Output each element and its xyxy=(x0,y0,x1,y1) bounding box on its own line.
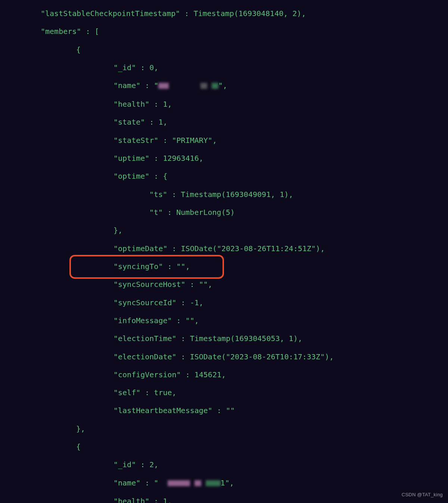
code-line: "optime" : { xyxy=(0,172,448,181)
code-text: "name" : " xyxy=(113,81,158,90)
code-line: "electionTime" : Timestamp(1693045053, 1… xyxy=(0,334,448,343)
code-line: "stateStr" : "PRIMARY", xyxy=(0,136,448,145)
code-line: "optimeDate" : ISODate("2023-08-26T11:24… xyxy=(0,244,448,253)
code-text: 1", xyxy=(221,478,234,487)
code-line: "electionDate" : ISODate("2023-08-26T10:… xyxy=(0,352,448,361)
code-line: "lastHeartbeatMessage" : "" xyxy=(0,406,448,415)
code-text: "name" : " xyxy=(113,478,158,487)
redacted-name xyxy=(158,478,220,487)
redacted-name xyxy=(158,81,218,90)
code-line: "syncingTo" : "", xyxy=(0,262,448,271)
code-line: "_id" : 2, xyxy=(0,460,448,469)
code-line: "members" : [ xyxy=(0,27,448,36)
code-line: }, xyxy=(0,424,448,433)
code-line: "syncSourceId" : -1, xyxy=(0,298,448,307)
code-line: "lastStableCheckpointTimestamp" : Timest… xyxy=(0,9,448,18)
code-line: "name" : " ", xyxy=(0,81,448,91)
code-line: { xyxy=(0,45,448,54)
code-line: "ts" : Timestamp(1693049091, 1), xyxy=(0,190,448,199)
code-line: "state" : 1, xyxy=(0,118,448,126)
code-line: "self" : true, xyxy=(0,388,448,397)
code-line: "configVersion" : 145621, xyxy=(0,370,448,379)
code-line: "t" : NumberLong(5) xyxy=(0,208,448,217)
code-block: "lastStableCheckpointTimestamp" : Timest… xyxy=(0,0,448,503)
code-line: "_id" : 0, xyxy=(0,63,448,72)
code-line: "name" : " 1", xyxy=(0,478,448,488)
code-line: "health" : 1, xyxy=(0,497,448,503)
code-line: "uptime" : 12963416, xyxy=(0,154,448,163)
watermark: CSDN @TAT_king xyxy=(402,490,443,499)
code-line: "health" : 1, xyxy=(0,100,448,109)
code-line: { xyxy=(0,442,448,451)
code-line: }, xyxy=(0,226,448,235)
code-line: "syncSourceHost" : "", xyxy=(0,280,448,289)
code-text: ", xyxy=(218,81,227,90)
code-line: "infoMessage" : "", xyxy=(0,316,448,325)
